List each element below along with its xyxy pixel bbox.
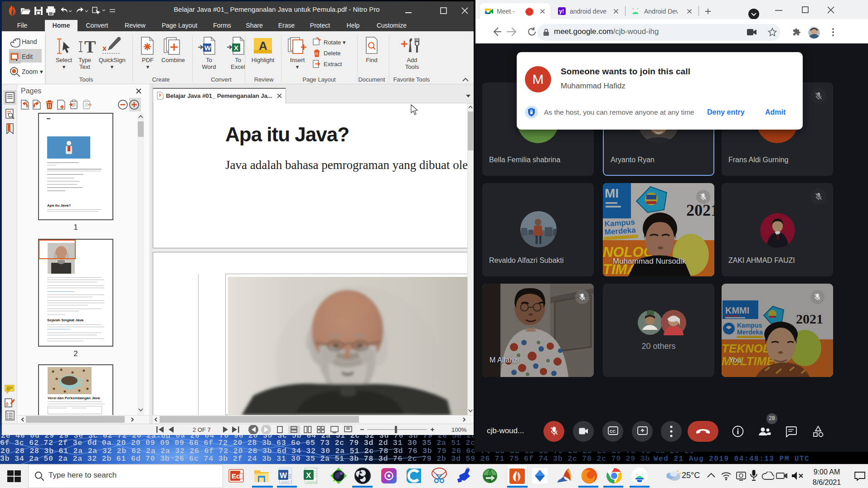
svg-text:W: W bbox=[204, 44, 211, 52]
svg-text:W: W bbox=[280, 471, 287, 480]
svg-text:y!: y! bbox=[559, 8, 564, 14]
svg-text:X: X bbox=[306, 471, 311, 480]
svg-text:X: X bbox=[234, 44, 238, 52]
svg-text:0: 0 bbox=[6, 402, 9, 407]
svg-text:2 OF 7: 2 OF 7 bbox=[193, 426, 211, 433]
svg-text:100%: 100% bbox=[451, 426, 467, 433]
svg-text:T: T bbox=[84, 37, 96, 56]
svg-text:Ec: Ec bbox=[232, 472, 240, 480]
svg-text:CC: CC bbox=[610, 429, 616, 434]
svg-text:A: A bbox=[259, 39, 267, 53]
svg-text:x: x bbox=[102, 44, 107, 52]
